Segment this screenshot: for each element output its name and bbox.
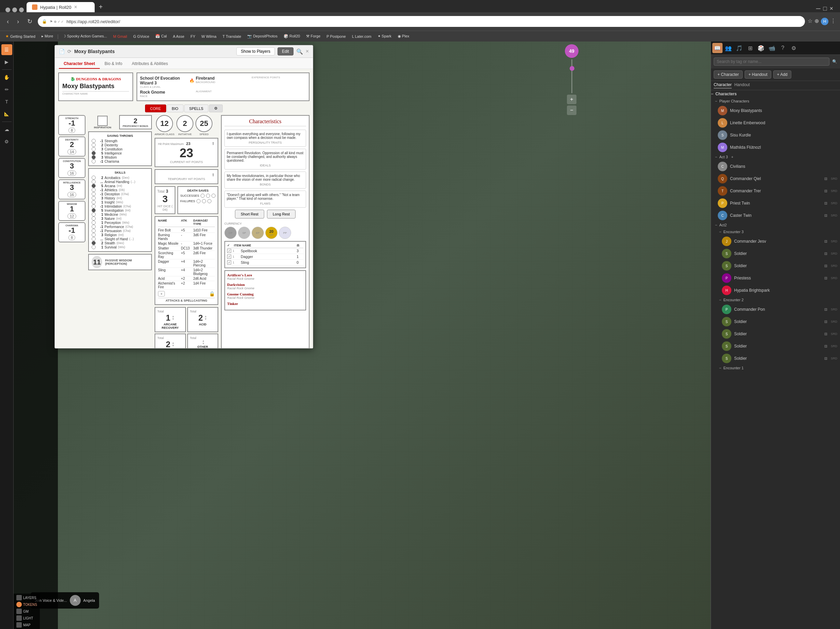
journal-icon[interactable]: 📖 <box>712 43 723 53</box>
menu-tool-button[interactable]: ☰ <box>2 44 12 55</box>
attack-name[interactable]: Fire Bolt <box>158 229 180 232</box>
sheet-close-button[interactable]: × <box>306 48 309 54</box>
tokens-layer-item[interactable]: TOKENS <box>16 602 37 607</box>
char-soldier-5[interactable]: S Soldier ⚄ SRD <box>719 340 840 352</box>
encounter1-header[interactable]: − Encounter 1 <box>719 364 840 371</box>
extensions-icon[interactable]: ⊕ <box>815 18 819 25</box>
skill-cb-intimidation[interactable] <box>92 204 96 208</box>
bookmark-depositphotos[interactable]: 📷 DepositPhotos <box>245 33 280 39</box>
failure-circle-2[interactable] <box>202 199 206 203</box>
attack-name[interactable]: Acid <box>158 277 180 281</box>
minimize-button[interactable]: ─ <box>816 5 821 12</box>
bookmark-asse[interactable]: A Asse <box>170 34 187 39</box>
char-commander-pon[interactable]: P Commander Pon ⚄ SRD <box>719 303 840 315</box>
save-checkbox-dexterity[interactable] <box>92 143 96 147</box>
bookmark-postpone[interactable]: P Postpone <box>324 34 349 39</box>
skill-cb-investigation[interactable] <box>92 208 96 213</box>
layers-item[interactable]: LAYERS <box>16 595 37 601</box>
skill-cb-sleight-of-hand[interactable] <box>92 237 96 241</box>
char-soldier-2[interactable]: S Soldier ⚄ SRD <box>719 260 840 272</box>
save-checkbox-strength[interactable] <box>92 139 96 143</box>
skill-cb-survival[interactable] <box>92 245 96 249</box>
draw-tool-button[interactable]: ✏ <box>2 84 12 95</box>
bookmark-getting-started[interactable]: ★ Getting Started <box>3 33 38 39</box>
skill-cb-religion[interactable] <box>92 233 96 237</box>
profile-icon[interactable]: H <box>821 18 829 25</box>
char-linette-emberwood[interactable]: L Linette Emberwood <box>715 117 840 129</box>
char-priestess[interactable]: P Priestess ⚄ SRD <box>719 272 840 284</box>
bookmark-fy[interactable]: FY <box>188 34 198 39</box>
char-commander-trer[interactable]: T Commander Trer ⚄ SRD <box>715 185 840 197</box>
attack-name[interactable]: Scorching Ray <box>158 251 180 259</box>
failure-circle-1[interactable] <box>196 199 201 203</box>
soldier4-srd-link[interactable]: ⚄ <box>824 332 827 336</box>
bookmark-translate[interactable]: T Translate <box>220 34 244 39</box>
soldier6-srd-link[interactable]: ⚄ <box>824 357 827 361</box>
bio-tab-button[interactable]: BIO <box>167 104 183 112</box>
search-icon[interactable]: 🔍 <box>296 48 303 55</box>
char-hypatia-brightspark[interactable]: H Hypatia Brightspark <box>719 284 840 296</box>
back-button[interactable]: ‹ <box>4 17 11 27</box>
skill-cb-history[interactable] <box>92 196 96 200</box>
skill-cb-animal-handling[interactable] <box>92 180 96 184</box>
civilians-item[interactable]: C Civilians <box>715 160 840 173</box>
edit-button[interactable]: Edit <box>278 47 294 55</box>
jukebox-icon[interactable]: 🎵 <box>734 43 744 53</box>
act2-header[interactable]: − Act2 <box>715 222 840 229</box>
tables-icon[interactable]: ⊞ <box>745 43 755 53</box>
skill-cb-athletics[interactable] <box>92 188 96 192</box>
tab-character-sheet[interactable]: Character Sheet <box>59 59 100 69</box>
save-checkbox-charisma[interactable] <box>92 159 96 163</box>
char-commander-jesv[interactable]: J Commander Jesv ⚄ SRD <box>719 235 840 248</box>
char-moxy-blastypants[interactable]: M Moxy Blastypants <box>715 104 840 117</box>
tab-close-button[interactable]: × <box>74 4 77 10</box>
jesv-srd-link[interactable]: ⚄ <box>824 240 827 243</box>
inspiration-box[interactable] <box>97 116 107 126</box>
other-down[interactable]: ▼ <box>202 342 205 345</box>
skill-cb-acrobatics[interactable] <box>92 176 96 180</box>
bookmark-wilma[interactable]: W Wilma <box>199 34 219 39</box>
encounter2-header[interactable]: − Encounter 2 <box>719 296 840 303</box>
arcane-down[interactable]: ▼ <box>172 318 174 321</box>
tab-bio-info[interactable]: Bio & Info <box>100 59 127 69</box>
characters-section-header[interactable]: − Characters <box>711 90 840 98</box>
skill-cb-persuasion[interactable] <box>92 229 96 233</box>
move-tool-button[interactable]: ✋ <box>2 72 12 83</box>
char-caster-twin[interactable]: C Caster Twin ⚄ SRD <box>715 209 840 222</box>
pon-srd-link[interactable]: ⚄ <box>824 308 827 311</box>
bookmark-forge[interactable]: ⚒ Forge <box>303 33 323 39</box>
close-button[interactable]: × <box>829 5 833 12</box>
zoom-in-button[interactable]: + <box>567 95 576 104</box>
map-layer-item[interactable]: MAP <box>16 622 37 627</box>
attack-name[interactable]: Shatter <box>158 246 180 250</box>
video-icon[interactable]: 📹 <box>767 43 777 53</box>
bookmark-plex[interactable]: ◉ Plex <box>395 33 412 39</box>
encounter3-header[interactable]: − Encounter 3 <box>719 229 840 235</box>
char-soldier-4[interactable]: S Soldier ⚄ SRD <box>719 328 840 340</box>
settings-tool-button[interactable]: ⚙ <box>2 136 12 147</box>
caster-twin-srd-link[interactable]: ⚄ <box>824 214 827 218</box>
skill-cb-deception[interactable] <box>92 192 96 196</box>
short-rest-button[interactable]: Short Rest <box>235 210 264 219</box>
skill-cb-stealth[interactable] <box>92 241 96 245</box>
skill-cb-perception[interactable] <box>92 221 96 225</box>
pointer-tool-button[interactable]: ▶ <box>2 57 12 68</box>
char-sisu-kurdle[interactable]: S Sisu Kurdle <box>715 129 840 141</box>
char-soldier-3[interactable]: S Soldier ⚄ SRD <box>719 315 840 328</box>
character-tab[interactable]: Character <box>714 82 732 88</box>
attack-name[interactable]: Dagger <box>158 260 180 267</box>
add-generic-button[interactable]: + Add <box>773 71 791 79</box>
ruler-tool-button[interactable]: 📐 <box>2 109 12 120</box>
bookmark-more[interactable]: ▸ More <box>39 33 56 39</box>
bookmark-roll20[interactable]: 🎲 Roll20 <box>281 33 303 39</box>
spells-tab-button[interactable]: SPELLS <box>184 104 209 112</box>
add-attack-button[interactable]: + <box>158 291 165 296</box>
char-commander-qiel[interactable]: Q Commander Qiel ⚄ SRD <box>715 173 840 185</box>
skill-cb-insight[interactable] <box>92 200 96 204</box>
bookmark-gmail[interactable]: M Gmail <box>111 34 130 39</box>
char-soldier-1[interactable]: S Soldier ⚄ SRD <box>719 248 840 260</box>
success-circle-2[interactable] <box>206 194 210 198</box>
acid-down[interactable]: ▼ <box>204 318 207 321</box>
users-icon[interactable]: 👥 <box>723 43 733 53</box>
menu-icon[interactable]: ⋮ <box>831 18 836 25</box>
